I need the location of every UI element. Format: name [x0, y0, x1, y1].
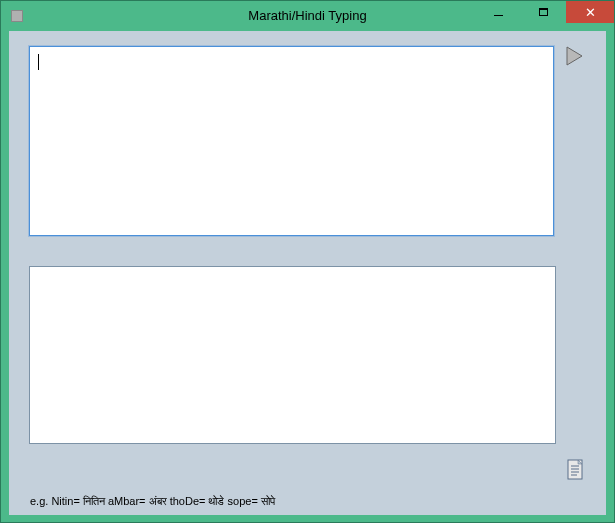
minimize-button[interactable] [476, 1, 521, 23]
output-textarea[interactable] [29, 266, 556, 444]
content-area: e.g. Nitin= नितिन aMbar= अंबर thoDe= थोड… [9, 31, 606, 515]
app-window: Marathi/Hindi Typing ✕ [0, 0, 615, 523]
input-textarea[interactable] [29, 46, 554, 236]
window-controls: ✕ [476, 1, 614, 23]
play-button[interactable] [562, 44, 586, 68]
example-hint: e.g. Nitin= नितिन aMbar= अंबर thoDe= थोड… [30, 495, 275, 508]
document-button[interactable] [567, 459, 587, 481]
close-button[interactable]: ✕ [566, 1, 614, 23]
document-icon [567, 459, 585, 481]
window-title: Marathi/Hindi Typing [248, 8, 366, 23]
titlebar[interactable]: Marathi/Hindi Typing ✕ [1, 1, 614, 30]
app-icon [11, 10, 23, 22]
svg-marker-0 [567, 47, 582, 65]
play-icon [563, 45, 585, 67]
maximize-button[interactable] [521, 1, 566, 23]
